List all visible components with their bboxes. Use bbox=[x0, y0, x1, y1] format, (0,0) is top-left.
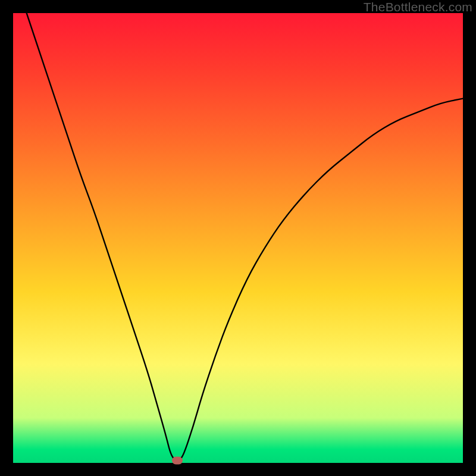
min-marker bbox=[172, 457, 183, 465]
plot-area bbox=[13, 13, 463, 463]
watermark-text: TheBottleneck.com bbox=[364, 0, 472, 14]
chart-frame: TheBottleneck.com bbox=[0, 0, 476, 476]
bottleneck-curve bbox=[27, 13, 463, 461]
curve-svg bbox=[13, 13, 463, 463]
